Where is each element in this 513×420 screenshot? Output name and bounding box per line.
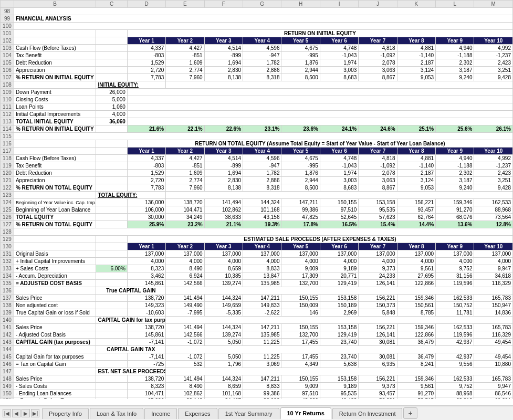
ending-loan-label: - Ending Loan Balances — [14, 390, 96, 397]
loan-points-label: Loan Points — [14, 103, 96, 111]
tab-last-arrow[interactable]: ▶| — [31, 409, 39, 417]
row-125: 125 Beginning of Year Loan Balance 106,0… — [1, 206, 513, 214]
row-145: 145 Capital Gain for tax purposes -7,141… — [1, 353, 513, 361]
col-h-header: H — [281, 1, 320, 8]
sales-pct-cell: 6.00% — [96, 265, 127, 272]
total-equity-header: TOTAL EQUITY: — [96, 192, 166, 199]
tab-return-on-investment[interactable]: Return On Investment — [332, 408, 403, 419]
row-132: 132 + Initial Capital Improvements 4,000… — [1, 258, 513, 265]
row-149: 149 - Sales Costs 8,3238,4908,6598,833 9… — [1, 383, 513, 390]
col-j-header: J — [359, 1, 397, 8]
tab-expenses[interactable]: Expenses — [178, 408, 217, 419]
tab-income[interactable]: Income — [144, 408, 177, 419]
row-108: 108 INITIAL EQUITY: — [1, 81, 513, 89]
tax-on-cap-gain-label: = Tax on Capital Gain — [14, 361, 96, 368]
year10-header: Year 10 — [474, 37, 513, 45]
tab-1st-year-summary[interactable]: 1st Year Summary — [218, 408, 279, 419]
row-114: 114 % RETURN ON INITIAL EQUITY 21.6%22.1… — [1, 125, 513, 133]
orig-basis-label: Original Basis — [14, 250, 96, 258]
tab-nav-arrows[interactable]: |◀ ◀ ▶ ▶| — [3, 409, 39, 417]
tab-property-info[interactable]: Property Info — [42, 408, 89, 419]
main-table: B C D E F G H I J K L M 98 99 FINANCIAL … — [0, 0, 513, 399]
row-115: 115 — [1, 133, 513, 140]
cap-gain-tax-detail-header: CAPITAL GAIN TAX — [96, 346, 166, 353]
adj-cost-basis-label: = ADJUSTED COST BASIS — [14, 280, 96, 287]
row-127: 127 % RETURN ON TOTAL EQUITY 25.9%23.2%2… — [1, 221, 513, 228]
row-112: 112 Initial Capital Improvements 4,000 — [1, 111, 513, 118]
capital-gain-label: CAPITAL GAIN (tax purposes) — [14, 339, 96, 346]
tab-next-arrow[interactable]: ▶ — [22, 409, 30, 417]
row-111: 111 Loan Points 1,060 — [1, 103, 513, 111]
initial-equity-header: INITIAL EQUITY: — [96, 81, 166, 89]
pct-rote-val-label: % RETURN ON TOTAL EQUITY — [14, 221, 96, 228]
row-134: 134 - Accum. Depreciation 3,4626,92410,3… — [1, 272, 513, 280]
row-100: 100 — [1, 23, 513, 30]
pct-return-label: % RETURN ON INITIAL EQUITY — [14, 125, 96, 133]
appreciation-rote: Appreciation — [14, 177, 96, 184]
tab-loan-tax-info[interactable]: Loan & Tax Info — [90, 408, 143, 419]
year5-header: Year 5 — [281, 37, 320, 45]
tab-add-button[interactable]: + — [403, 407, 417, 419]
tax-benefit-label-rote: Tax Benefit — [14, 162, 96, 170]
row-119: 119 Tax Benefit -803-851-899-947 -995-1,… — [1, 162, 513, 170]
row-151: 151 = Proceeds Before Taxes 25,92630,143… — [1, 397, 513, 400]
row-105: 105 Debt Reduction 1,5291,6091,6941,782 … — [1, 59, 513, 67]
total-equity-label: TOTAL INITIAL EQUITY — [14, 118, 96, 125]
row-102: 102 Year 1 Year 2 Year 3 Year 4 Year 5 Y… — [1, 37, 513, 45]
true-cap-gain-loss-label: True Capital Gain or loss if Sold — [14, 309, 96, 317]
row-150: 150 - Ending Loan Balances 104,471102,86… — [1, 390, 513, 397]
non-adj-cost-label: Non adjusted cost — [14, 302, 96, 309]
tab-bar: |◀ ◀ ▶ ▶| Property Info Loan & Tax Info … — [0, 405, 513, 420]
rote-title: RETURN ON TOTAL EQUITY (Assume Total Equ… — [127, 140, 512, 148]
year4-header: Year 4 — [243, 37, 281, 45]
row-131: 131 Original Basis 137,000137,000137,000… — [1, 250, 513, 258]
closing-costs-label: Closing Costs — [14, 96, 96, 103]
beg-loan-label: Beginning of Year Loan Balance — [14, 206, 96, 214]
row-140: 140 CAPITAL GAIN for tax purposes — [1, 317, 513, 324]
tab-first-arrow[interactable]: |◀ — [3, 409, 11, 417]
row-148: 148 Sales Price 138,720141,494144,324147… — [1, 375, 513, 383]
row-107: 107 % RETURN ON INITIAL EQUITY 7,7837,96… — [1, 74, 513, 81]
row-104: 104 Tax Benefit -803-851-899-947 -995-1,… — [1, 52, 513, 59]
row-147: 147 EST. NET SALE PROCEEDS (after tax) — [1, 368, 513, 375]
col-d-header: D — [127, 1, 165, 8]
row-137: 137 Sales Price 138,720141,494144,324147… — [1, 295, 513, 302]
row-133: 133 + Sales Costs 6.00% 8,3238,4908,6598… — [1, 265, 513, 272]
tax-benefit-label-roi: Tax Benefit — [14, 52, 96, 59]
est-net-header: EST. NET SALE PROCEEDS (after tax) — [96, 368, 166, 375]
row-129: 129 ESTIMATED SALE PROCEEDS (AFTER EXPEN… — [1, 236, 513, 243]
col-e-header: E — [166, 1, 204, 8]
tab-prev-arrow[interactable]: ◀ — [12, 409, 20, 417]
row-110: 110 Closing Costs 5,000 — [1, 96, 513, 103]
row-106: 106 Appreciation 2,7202,7742,8302,886 2,… — [1, 67, 513, 74]
debt-reduction-label-roi: Debt Reduction — [14, 59, 96, 67]
tab-10yr-returns[interactable]: 10 Yr Returns — [280, 407, 331, 419]
col-b-header: B — [14, 1, 96, 8]
row-130: 130 Year 1Year 2Year 3Year 4 Year 5Year … — [1, 243, 513, 250]
row-123: 123 TOTAL EQUITY: — [1, 192, 513, 199]
year8-header: Year 8 — [397, 37, 435, 45]
total-equity-val-label: TOTAL EQUITY — [14, 214, 96, 221]
adj-cost-basis-142: - Adjusted Cost Basis — [14, 331, 96, 339]
row-116: 116 RETURN ON TOTAL EQUITY (Assume Total… — [1, 140, 513, 148]
row-120: 120 Debt Reduction 1,5291,6091,6941,782 … — [1, 170, 513, 177]
row-109: 109 Down Payment 26,000 — [1, 89, 513, 96]
col-headers: B C D E F G H I J K L M — [1, 1, 513, 8]
sales-costs-label: + Sales Costs — [14, 265, 96, 272]
col-k-header: K — [397, 1, 435, 8]
row-139: 139 True Capital Gain or loss if Sold -1… — [1, 309, 513, 317]
cap-gain-tax-header: CAPITAL GAIN for tax purposes — [96, 317, 166, 324]
cap-gain-for-tax-label: Capital Gain for tax purposes — [14, 353, 96, 361]
row-98: 98 — [1, 8, 513, 15]
sales-price-141: Sales Price — [14, 324, 96, 331]
row-143: 143 CAPITAL GAIN (tax purposes) -7,141-1… — [1, 339, 513, 346]
cap-imp-label: + Initial Capital Improvements — [14, 258, 96, 265]
appreciation-label-roi: Appreciation — [14, 67, 96, 74]
col-f-header: F — [204, 1, 243, 8]
esp-title: ESTIMATED SALE PROCEEDS (AFTER EXPENSES … — [127, 236, 512, 243]
row-141: 141 Sales Price 138,720141,494144,324147… — [1, 324, 513, 331]
row-122: 122 % RETURN ON TOTAL EQUITY 7,7837,9608… — [1, 184, 513, 192]
cf-label-rote: Cash Flow (Before Taxes) — [14, 155, 96, 162]
main-title: FINANCIAL ANALYSIS — [14, 15, 512, 23]
year2-header: Year 2 — [166, 37, 204, 45]
